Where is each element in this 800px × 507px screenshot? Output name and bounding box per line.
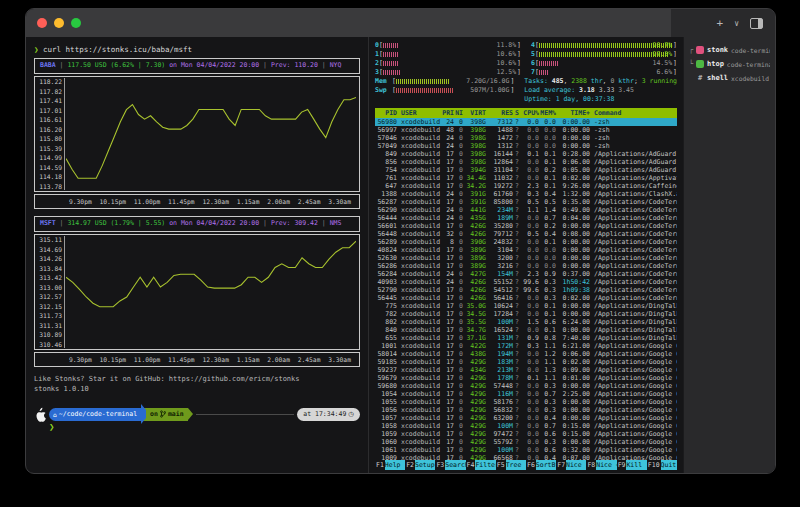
column-header-pid[interactable]: PID: [375, 108, 397, 118]
new-tab-icon[interactable]: +: [717, 17, 724, 30]
process-row[interactable]: 56601xcodebuild170426G35280?0.00.20:00.0…: [375, 222, 677, 230]
process-row[interactable]: 754xcodebuild170394G31104?0.00.20:05.00/…: [375, 166, 677, 174]
sidebar-item-htop[interactable]: └htopcode-terminal: [689, 57, 770, 71]
fnkey-label: Help: [385, 460, 405, 470]
zoom-button[interactable]: [71, 18, 81, 28]
cell-command: -zsh: [590, 126, 677, 134]
htop-pane[interactable]: 0[11.8%]1[10.6%]2[10.6%]3[12.5%]4[98.7%]…: [368, 37, 683, 474]
process-row[interactable]: 840xcodebuild17034.7G16524?0.00.10:00.00…: [375, 326, 677, 334]
process-row[interactable]: 1057xcodebuild170429G63200?0.00.40:00.00…: [375, 414, 677, 422]
process-row[interactable]: 52630xcodebuild170389G3200?0.00.00:00.00…: [375, 254, 677, 262]
stonks-pane[interactable]: ❯ curl https://stonks.icu/baba/msft BABA…: [26, 37, 368, 474]
process-row[interactable]: 849xcodebuild170398G16144?0.10.10:28.00/…: [375, 150, 677, 158]
fnkey-f5[interactable]: F5Tree: [496, 460, 526, 470]
fnkey-f9[interactable]: F9Kill: [617, 460, 647, 470]
process-row[interactable]: 1001xcodebuild170422G172M?0.31.16:21.00/…: [375, 342, 677, 350]
cell-cpu: 0.0: [521, 238, 539, 246]
process-row[interactable]: 58014xcodebuild170438G194M?0.01.20:06.00…: [375, 350, 677, 358]
cell-mem: 0.3: [539, 398, 556, 406]
chevron-down-icon[interactable]: ∨: [734, 19, 739, 28]
cell-s: ?: [513, 406, 521, 414]
column-header-res[interactable]: RES: [486, 108, 513, 118]
cell-virt: 429G: [463, 438, 486, 446]
cell-command: /Applications/ClashX.app/: [590, 190, 677, 198]
column-header-command[interactable]: Command: [590, 108, 677, 118]
minimize-button[interactable]: [54, 18, 64, 28]
cwd-path: ~/code/code-terminal: [59, 408, 137, 421]
process-row[interactable]: 655xcodebuild17037.1G131M?0.90.87:40.00/…: [375, 334, 677, 342]
process-row[interactable]: 1061xcodebuild170429G100M?0.00.60:32.00/…: [375, 446, 677, 454]
process-row[interactable]: 856xcodebuild170398G12864?0.00.10:06.00/…: [375, 158, 677, 166]
process-row[interactable]: 761xcodebuild17034.4G11032?0.00.10:02.00…: [375, 174, 677, 182]
column-header-user[interactable]: USER: [397, 108, 441, 118]
toggle-sidebar-icon[interactable]: [750, 18, 763, 29]
cell-s: ?: [513, 118, 521, 126]
meter-fill: [539, 61, 559, 66]
fnkey-f7[interactable]: F7Nice -: [556, 460, 586, 470]
y-tick-label: 118.22: [39, 78, 62, 85]
fnkey-f10[interactable]: F10Quit: [647, 460, 677, 470]
fnkey-f4[interactable]: F4Filter: [466, 460, 496, 470]
close-button[interactable]: [37, 18, 47, 28]
fnkey-f8[interactable]: F8Nice +: [586, 460, 616, 470]
sidebar-item-shell[interactable]: #shellxcodebuild: [689, 71, 770, 85]
process-row[interactable]: 782xcodebuild17034.5G17284?0.00.10:00.00…: [375, 310, 677, 318]
process-row[interactable]: 1055xcodebuild170429G58176?0.00.30:00.00…: [375, 398, 677, 406]
sidebar-item-stonk[interactable]: ┌stonkcode-terminal: [689, 43, 770, 57]
process-row[interactable]: 1060xcodebuild170429G55792?0.00.30:00.00…: [375, 438, 677, 446]
column-header-virt[interactable]: VIRT: [463, 108, 486, 118]
cell-res: 61760: [486, 190, 513, 198]
process-row[interactable]: 1054xcodebuild170429G116M?0.00.72:25.00/…: [375, 390, 677, 398]
column-header-time[interactable]: TIME+: [556, 108, 590, 118]
process-row[interactable]: 1058xcodebuild170429G100M?0.00.70:15.00/…: [375, 422, 677, 430]
cell-mem: 0.3: [539, 278, 556, 286]
process-row[interactable]: 56444xcodebuild240435G189M?0.00.70:04.00…: [375, 214, 677, 222]
process-row[interactable]: 59185xcodebuild170429G183M?0.01.10:02.00…: [375, 358, 677, 366]
cell-virt: 34.4G: [463, 174, 486, 182]
meter-value: 12.5%: [497, 68, 517, 77]
process-row[interactable]: 59679xcodebuild170429G178M?0.11.10:01.00…: [375, 374, 677, 382]
x-tick-label: 11.00pm: [134, 356, 161, 363]
fnkey-f6[interactable]: F6SortBy: [526, 460, 556, 470]
cell-command: /Applications/Google Chro: [590, 366, 677, 374]
process-row[interactable]: 56286xcodebuild170389G3216?0.00.00:00.00…: [375, 262, 677, 270]
process-row[interactable]: 56448xcodebuild320426G79712?0.50.40:08.0…: [375, 230, 677, 238]
process-row[interactable]: 56980xcodebuild240398G7312?0.00.00:00.00…: [375, 118, 677, 126]
cpu-meter-3: 3[12.5%]: [375, 68, 521, 77]
column-header-ni[interactable]: NI: [454, 108, 463, 118]
cell-pid: 56284: [375, 270, 397, 278]
process-row[interactable]: 56290xcodebuild240441G234M?1.11.40:49.00…: [375, 206, 677, 214]
process-row[interactable]: 775xcodebuild17035.0G10624?0.00.10:00.00…: [375, 302, 677, 310]
process-row[interactable]: 56289xcodebuild80390G24832?0.00.10:00.00…: [375, 238, 677, 246]
column-header-s[interactable]: S: [513, 108, 521, 118]
process-row[interactable]: 40903xcodebuild240426G55152?99.60.31h50:…: [375, 278, 677, 286]
process-row[interactable]: 59237xcodebuild170434G213M?0.01.30:09.00…: [375, 366, 677, 374]
process-row[interactable]: 56287xcodebuild170391G85800?0.50.50:35.0…: [375, 198, 677, 206]
process-row[interactable]: 57049xcodebuild240398G1312?0.00.00:00.00…: [375, 142, 677, 150]
column-header-mem[interactable]: MEM%: [539, 108, 556, 118]
cell-ni: 0: [454, 270, 463, 278]
process-row[interactable]: 1388xcodebuild240391G61760?0.30.41:32.00…: [375, 190, 677, 198]
fnkey-f1[interactable]: F1Help: [375, 460, 405, 470]
process-row[interactable]: 40824xcodebuild170389G3104?0.00.00:00.00…: [375, 246, 677, 254]
column-header-pri[interactable]: PRI: [441, 108, 454, 118]
process-row[interactable]: 56284xcodebuild240427G154M?2.30.90:37.00…: [375, 270, 677, 278]
shell-input[interactable]: ❯: [49, 422, 360, 433]
cell-command: /Applications/CodeTermina: [590, 222, 677, 230]
fnkey-f3[interactable]: F3Search: [435, 460, 465, 470]
process-row[interactable]: 56997xcodebuild480398G1488?0.00.00:00.00…: [375, 126, 677, 134]
process-row[interactable]: 1059xcodebuild170429G97472?0.00.60:15.00…: [375, 430, 677, 438]
cell-s: ?: [513, 230, 521, 238]
process-row[interactable]: 59680xcodebuild170429G57448?0.00.30:00.0…: [375, 382, 677, 390]
process-row[interactable]: 57046xcodebuild240398G1472?0.00.00:00.00…: [375, 134, 677, 142]
process-row[interactable]: 802xcodebuild17035.5G100M?1.50.66:24.00/…: [375, 318, 677, 326]
process-row[interactable]: 56445xcodebuild170426G56416?0.00.30:02.0…: [375, 294, 677, 302]
process-row[interactable]: 647xcodebuild17034.2G19272?2.30.19:26.00…: [375, 182, 677, 190]
cell-user: xcodebuild: [397, 238, 441, 246]
process-row[interactable]: 1056xcodebuild170429G56832?0.00.30:00.00…: [375, 406, 677, 414]
cell-ni: 0: [454, 318, 463, 326]
process-row[interactable]: 52790xcodebuild170426G54512?99.60.31h09:…: [375, 286, 677, 294]
fnkey-f2[interactable]: F2Setup: [405, 460, 435, 470]
process-table-header[interactable]: PIDUSERPRINIVIRTRESSCPU%MEM%TIME+Command: [375, 108, 677, 118]
column-header-cpu[interactable]: CPU%: [521, 108, 539, 118]
